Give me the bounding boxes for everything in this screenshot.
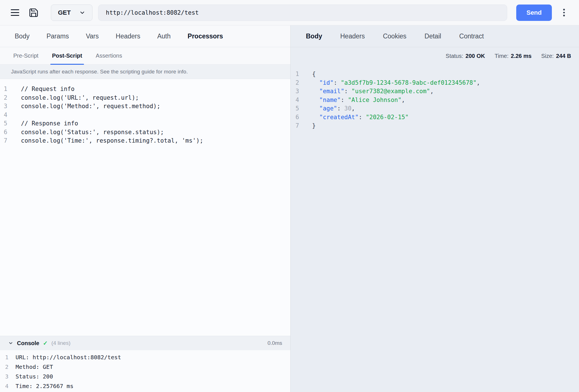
line-content: // Request info <box>7 85 75 93</box>
request-panel: Body Params Vars Headers Auth Processors… <box>0 25 291 392</box>
send-button[interactable]: Send <box>516 5 552 21</box>
code-line: 3 "email": "user7382@example.com", <box>291 87 579 96</box>
kebab-icon <box>563 9 565 16</box>
code-line: 3console.log('Method:', request.method); <box>0 102 290 111</box>
time-label: Time: <box>495 53 509 59</box>
line-number: 2 <box>0 93 7 102</box>
subtab-post-script[interactable]: Post-Script <box>52 47 82 64</box>
line-number: 1 <box>0 352 8 362</box>
code-line: 1// Request info <box>0 85 290 93</box>
line-number: 4 <box>0 381 8 391</box>
code-line: 5 "age": 30, <box>291 104 579 113</box>
line-content: "email": "user7382@example.com", <box>299 87 434 96</box>
line-content: Time: 2.257667 ms <box>8 381 74 391</box>
tab-response-detail[interactable]: Detail <box>425 32 441 40</box>
console-output: 1URL: http://localhost:8082/test2Method:… <box>0 350 290 392</box>
code-line: 5// Response info <box>0 119 290 128</box>
response-tabs: Body Headers Cookies Detail Contract <box>291 25 579 47</box>
tab-auth[interactable]: Auth <box>157 32 170 40</box>
tab-headers[interactable]: Headers <box>116 32 140 40</box>
processor-subtabs: Pre-Script Post-Script Assertions <box>0 47 290 65</box>
tab-response-contract[interactable]: Contract <box>459 32 484 40</box>
line-number: 2 <box>0 362 8 372</box>
tab-response-headers[interactable]: Headers <box>340 32 365 40</box>
subtab-assertions[interactable]: Assertions <box>96 47 122 64</box>
line-content: "age": 30, <box>299 104 355 113</box>
console-duration: 0.0ms <box>267 340 282 346</box>
script-editor[interactable]: 1// Request info2console.log('URL:', req… <box>0 79 290 336</box>
line-number: 6 <box>291 113 299 122</box>
code-line: 7} <box>291 121 579 130</box>
line-number: 5 <box>0 119 7 128</box>
url-input[interactable]: http://localhost:8082/test <box>98 5 507 21</box>
line-content: "id": "a3d5f7b9-1234-5678-9abc-def012345… <box>299 79 480 87</box>
tab-response-cookies[interactable]: Cookies <box>383 32 406 40</box>
method-dropdown[interactable]: GET <box>51 5 92 21</box>
status-label: Status: <box>446 53 463 59</box>
tab-body[interactable]: Body <box>15 32 29 40</box>
menu-button[interactable] <box>8 6 21 19</box>
code-line: 4 <box>0 111 290 119</box>
save-icon <box>29 8 39 18</box>
subtab-pre-script[interactable]: Pre-Script <box>13 47 38 64</box>
console-panel: Console ✓ (4 lines) 0.0ms 1URL: http://l… <box>0 336 290 392</box>
line-content: { <box>299 70 316 79</box>
code-line: 6console.log('Status:', response.status)… <box>0 128 290 137</box>
code-line: 7console.log('Time:', response.timing?.t… <box>0 136 290 145</box>
line-content <box>7 111 21 119</box>
line-number: 3 <box>0 372 8 381</box>
line-content: console.log('Status:', response.status); <box>7 128 164 137</box>
api-client-app: GET http://localhost:8082/test Send Body… <box>0 0 579 392</box>
code-line: 6 "createdAt": "2026-02-15" <box>291 113 579 122</box>
chevron-down-icon <box>8 341 13 346</box>
line-content: Status: 200 <box>8 372 53 381</box>
line-content: console.log('Time:', response.timing?.to… <box>7 136 203 145</box>
check-icon: ✓ <box>43 340 48 347</box>
line-content: // Response info <box>7 119 78 128</box>
time-value: 2.26 ms <box>511 53 532 59</box>
url-value: http://localhost:8082/test <box>106 9 199 16</box>
response-meta: Status: 200 OK Time: 2.26 ms Size: 244 B <box>291 47 579 65</box>
size-badge: Size: 244 B <box>541 53 571 59</box>
tab-processors[interactable]: Processors <box>188 32 223 40</box>
tab-params[interactable]: Params <box>46 32 69 40</box>
line-content: console.log('URL:', request.url); <box>7 93 139 102</box>
response-body-viewer[interactable]: 1{2 "id": "a3d5f7b9-1234-5678-9abc-def01… <box>291 65 579 392</box>
line-number: 2 <box>291 79 299 87</box>
line-number: 1 <box>0 85 7 93</box>
line-content: } <box>299 121 316 130</box>
line-number: 4 <box>0 111 7 119</box>
request-tabs: Body Params Vars Headers Auth Processors <box>0 25 290 47</box>
hamburger-icon <box>11 9 19 16</box>
code-line: 2 "id": "a3d5f7b9-1234-5678-9abc-def0123… <box>291 79 579 87</box>
line-number: 7 <box>0 136 7 145</box>
method-label: GET <box>58 9 71 16</box>
topbar: GET http://localhost:8082/test Send <box>0 0 579 25</box>
size-value: 244 B <box>556 53 571 59</box>
code-line: 4 "name": "Alice Johnson", <box>291 96 579 104</box>
console-title: Console <box>17 340 39 347</box>
line-number: 3 <box>291 87 299 96</box>
code-line: 1URL: http://localhost:8082/test <box>0 352 290 362</box>
main-split: Body Params Vars Headers Auth Processors… <box>0 25 579 392</box>
code-line: 2Method: GET <box>0 362 290 372</box>
console-header[interactable]: Console ✓ (4 lines) 0.0ms <box>0 336 290 350</box>
banner-text: JavaScript runs after each response. See… <box>11 69 188 75</box>
line-number: 5 <box>291 104 299 113</box>
chevron-down-icon <box>79 10 85 16</box>
more-options-button[interactable] <box>558 6 571 19</box>
tab-response-body[interactable]: Body <box>306 32 322 40</box>
line-number: 7 <box>291 121 299 130</box>
save-button[interactable] <box>27 6 40 19</box>
line-number: 6 <box>0 128 7 137</box>
line-number: 4 <box>291 96 299 104</box>
time-badge: Time: 2.26 ms <box>495 53 532 59</box>
tab-vars[interactable]: Vars <box>86 32 99 40</box>
status-value: 200 OK <box>466 53 485 59</box>
code-line: 2console.log('URL:', request.url); <box>0 93 290 102</box>
line-content: "createdAt": "2026-02-15" <box>299 113 409 122</box>
code-line: 3Status: 200 <box>0 372 290 381</box>
script-info-banner: JavaScript runs after each response. See… <box>0 65 290 79</box>
console-line-count: (4 lines) <box>51 340 71 346</box>
response-panel: Body Headers Cookies Detail Contract Sta… <box>291 25 579 392</box>
